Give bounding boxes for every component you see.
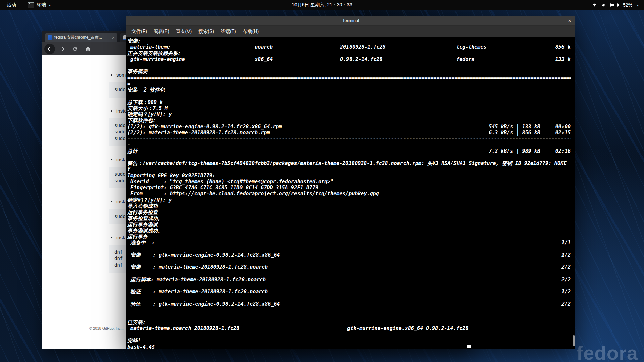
terminal-line: gtk-murrine-enginex86_640.98.2-14.fc28fe… xyxy=(127,56,571,62)
terminal-line: materia-theme.noarch 20180928-1.fc28gtk-… xyxy=(127,325,571,331)
terminal-line xyxy=(127,270,571,277)
terminal-line: 安装: xyxy=(127,38,571,44)
browser-tab-active[interactable]: fedora 安装chrome_百度... × xyxy=(45,33,117,42)
terminal-line: (1/2): gtk-murrine-engine-0.98.2-14.fc28… xyxy=(127,124,571,130)
terminal-line xyxy=(127,258,571,264)
terminal-line: 总下载：989 k xyxy=(127,99,571,105)
terminal-line: 运行事务 xyxy=(127,234,571,240)
activities-button[interactable]: 活动 xyxy=(5,2,18,8)
tab-title: fedora 安装chrome_百度... xyxy=(54,35,110,40)
terminal-line: 完毕! xyxy=(127,338,571,344)
terminal-menu-item[interactable]: 终端(T) xyxy=(217,27,239,36)
reload-icon xyxy=(72,46,78,52)
terminal-line: 安装 : gtk-murrine-engine-0.98.2-14.fc28.x… xyxy=(127,252,571,258)
terminal-line: 安装 2 软件包 xyxy=(127,87,571,93)
terminal-line: 事务测试成功。 xyxy=(127,228,571,234)
terminal-line: 运行事务检查 xyxy=(127,209,571,215)
forward-arrow-icon xyxy=(59,46,66,52)
terminal-line: 确定吗？[y/N]: y xyxy=(127,197,571,203)
terminal-line: Y xyxy=(127,166,571,172)
terminal-body[interactable]: 安装: materia-themenoarch20180928-1.fc28tc… xyxy=(126,37,575,349)
terminal-menu-item[interactable]: 文件(F) xyxy=(128,27,150,36)
terminal-menu-item[interactable]: 查看(V) xyxy=(173,27,195,36)
terminal-line: 已安装: xyxy=(127,319,571,325)
terminal-line: 准备中 :1/1 xyxy=(127,240,571,246)
terminal-line: 安装 : materia-theme-20180928-1.fc28.noarc… xyxy=(127,264,571,270)
terminal-line: bash-4.4$ _ xyxy=(127,344,571,350)
terminal-line: 运行事务测试 xyxy=(127,222,571,228)
chevron-down-icon: ▾ xyxy=(49,3,51,7)
battery-icon xyxy=(610,3,619,7)
reload-button[interactable] xyxy=(70,44,80,54)
terminal-menu-item[interactable]: 搜索(S) xyxy=(195,27,217,36)
battery-percent: 52% xyxy=(623,2,632,8)
terminal-menubar: 文件(F)编辑(E)查看(V)搜索(S)终端(T)帮助(H) xyxy=(126,26,575,37)
terminal-line: ----------------------------------------… xyxy=(127,136,571,142)
terminal-line xyxy=(127,307,571,313)
app-menu[interactable]: 终端 ▾ xyxy=(25,2,53,8)
terminal-line: 正在安装安装依赖关系: xyxy=(127,50,571,56)
scrollbar-thumb[interactable] xyxy=(573,335,575,346)
terminal-line: From : https://copr-be.cloud.fedoraproje… xyxy=(127,191,571,197)
terminal-line: = xyxy=(127,81,571,87)
back-button[interactable] xyxy=(44,44,55,54)
terminal-line xyxy=(127,93,571,99)
top-bar: 活动 终端 ▾ 10月6日 星期六, 21：30：33 52% ▾ xyxy=(0,0,644,10)
clock[interactable]: 10月6日 星期六, 21：30：33 xyxy=(292,2,352,8)
terminal-line: 导入公钥成功 xyxy=(127,203,571,209)
terminal-line xyxy=(127,246,571,252)
tray-chevron-down-icon: ▾ xyxy=(637,3,639,7)
white-artifact xyxy=(467,345,471,348)
system-tray[interactable]: 52% ▾ xyxy=(592,2,639,8)
tab-close-icon[interactable]: × xyxy=(112,35,115,40)
terminal-line: 验证 : materia-theme-20180928-1.fc28.noarc… xyxy=(127,289,571,295)
terminal-line: 事务概要 xyxy=(127,68,571,74)
terminal-line: 安装大小：7.5 M xyxy=(127,105,571,111)
fedora-watermark: fedora xyxy=(577,342,638,362)
window-close-icon[interactable]: × xyxy=(568,18,571,23)
terminal-line: - xyxy=(127,142,571,148)
tab-favicon xyxy=(48,35,52,40)
terminal-title: Terminal xyxy=(342,18,359,23)
terminal-scrollbar[interactable] xyxy=(572,37,575,349)
terminal-line xyxy=(127,283,571,289)
terminal-menu-item[interactable]: 帮助(H) xyxy=(239,27,262,36)
terminal-titlebar[interactable]: Terminal × xyxy=(126,16,575,26)
terminal-line: Importing GPG key 0x92E1D779: xyxy=(127,173,571,179)
terminal-line: ========================================… xyxy=(127,75,571,81)
terminal-app-icon xyxy=(28,2,34,8)
terminal-line: 警告：/var/cache/dnf/tcg-themes-7b5cf484820… xyxy=(127,160,571,166)
terminal-line: Userid : "tcg_themes (None) <tcg#themes@… xyxy=(127,179,571,185)
terminal-line xyxy=(127,154,571,160)
forward-button[interactable] xyxy=(57,44,68,54)
terminal-line: 验证 : gtk-murrine-engine-0.98.2-14.fc28.x… xyxy=(127,301,571,307)
terminal-line: Fingerprint: 63BC 47A6 C71C 3C85 11D0 8C… xyxy=(127,185,571,191)
back-arrow-icon xyxy=(46,46,53,52)
terminal-line: 事务检查成功。 xyxy=(127,215,571,221)
terminal-line xyxy=(127,331,571,338)
terminal-line: 运行脚本: materia-theme-20180928-1.fc28.noar… xyxy=(127,277,571,283)
terminal-line: 确定吗？[y/N]: y xyxy=(127,111,571,117)
app-menu-label: 终端 xyxy=(37,2,46,8)
home-icon xyxy=(85,46,91,52)
volume-icon xyxy=(601,3,606,8)
terminal-line xyxy=(127,295,571,301)
home-button[interactable] xyxy=(83,44,93,54)
terminal-line: (2/2): materia-theme-20180928-1.fc28.noa… xyxy=(127,130,571,136)
terminal-line: materia-themenoarch20180928-1.fc28tcg-th… xyxy=(127,44,571,50)
terminal-line: 总计7.2 kB/s | 989 kB 02:16 xyxy=(127,148,571,154)
terminal-menu-item[interactable]: 编辑(E) xyxy=(150,27,173,36)
terminal-line xyxy=(127,62,571,68)
terminal-line: 下载软件包: xyxy=(127,117,571,123)
terminal-window: Terminal × 文件(F)编辑(E)查看(V)搜索(S)终端(T)帮助(H… xyxy=(126,16,575,349)
terminal-line xyxy=(127,313,571,319)
page-footer: © 2018 GitHub, Inc... xyxy=(89,326,124,330)
network-icon xyxy=(592,3,597,7)
